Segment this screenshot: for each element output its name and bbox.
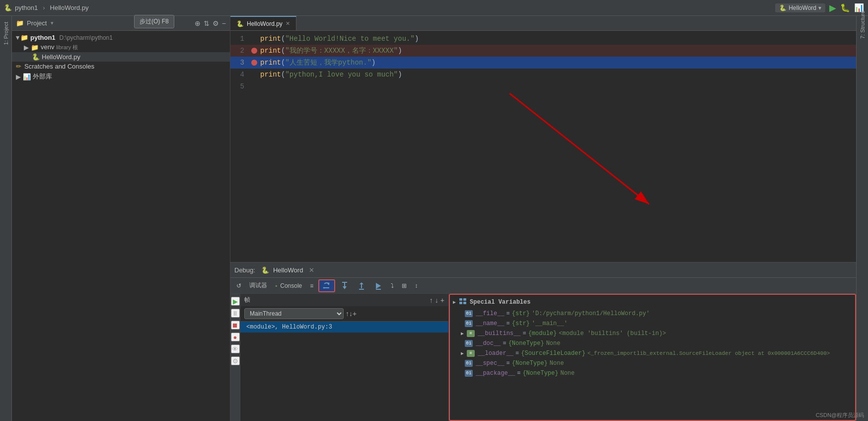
var-item-builtins[interactable]: ▶ ≡ __builtins__ = {module} <module 'bui… [449, 329, 856, 338]
line-number-1: 1 [230, 35, 250, 43]
tree-root-item[interactable]: ▾ 📁 python1 D:\pycharm\python1 [12, 33, 230, 42]
thread-selector: MainThread ↑ ↓ + [240, 306, 448, 322]
stop-side-btn[interactable]: ⏹ [231, 321, 240, 330]
run-config[interactable]: 🐍 HelloWord ▾ [775, 3, 825, 12]
thread-up-btn[interactable]: ↑ [346, 310, 349, 318]
project-header-icons: ⊕ ⇅ ⚙ − [195, 19, 226, 27]
frame-item-0-label: <module>, HelloWord.py:3 [246, 324, 332, 331]
frame-item-0[interactable]: <module>, HelloWord.py:3 [240, 322, 448, 333]
var-item-name[interactable]: 01 __name__ = {str} '__main__' [449, 319, 856, 329]
eye-side-btn[interactable]: 👁 [231, 344, 240, 353]
play-side-btn[interactable]: ▶ [231, 297, 240, 306]
list-button[interactable]: ≡ [307, 281, 316, 290]
step-over-button[interactable] [318, 279, 335, 292]
locate-button[interactable]: ⊕ [195, 19, 201, 27]
circle-side-btn[interactable]: ● [231, 333, 240, 341]
run-config-icon: 🐍 [779, 4, 787, 11]
special-variables-label: Special Variables [470, 299, 530, 306]
func-print-3: print [260, 59, 281, 67]
thread-down-btn[interactable]: ↓ [349, 310, 353, 318]
step-into-button[interactable] [337, 280, 352, 291]
run-to-cursor-icon [374, 281, 383, 290]
more-button[interactable]: ↕ [412, 281, 421, 290]
frames-list: <module>, HelloWord.py:3 [240, 322, 448, 421]
debug-python-icon: 🐍 [261, 266, 269, 274]
breakpoint-4[interactable] [250, 71, 258, 79]
var-item-doc[interactable]: 01 __doc__ = {NoneType} None [449, 338, 856, 348]
run-button[interactable]: ▶ [829, 2, 836, 13]
step-over-icon [322, 281, 331, 290]
code-line-4: 4 print("python,I love you so much") [230, 69, 856, 81]
thread-dropdown[interactable]: MainThread [244, 308, 344, 319]
settings-button[interactable]: ⚙ [213, 19, 219, 27]
breakpoint-1[interactable] [250, 35, 258, 43]
paren-close-2: ) [398, 47, 402, 55]
var-item-spec[interactable]: 01 __spec__ = {NoneType} None [449, 358, 856, 368]
frame-up-btn[interactable]: ↑ [430, 296, 433, 304]
tree-root-path: D:\pycharm\python1 [60, 34, 113, 41]
var-icon-name: 01 [465, 320, 473, 327]
paren-close-4: ) [398, 71, 402, 79]
editor-area[interactable]: 1 print("Hello World!Nice to meet you.")… [230, 31, 856, 262]
tree-scratches-item[interactable]: ✏ Scratches and Consoles [12, 62, 230, 71]
frames-panel: 帧 ↑ ↓ + MainThread ↑ ↓ + [240, 294, 449, 421]
debug-body: ▶ ⏸ ⏹ ● 👁 ⚙ 帧 ↑ ↓ + [230, 294, 856, 421]
debug-header: Debug: 🐍 HelloWord ✕ [230, 263, 856, 278]
tooltip-text: 步过(O) F8 [140, 18, 169, 25]
tab-helloword[interactable]: 🐍 HelloWord.py ✕ [230, 16, 296, 30]
var-type-spec: {NoneType} [512, 360, 548, 367]
debugger-tab-button[interactable]: 调试器 [246, 280, 270, 291]
code-line-3: 3 print("人生苦短，我学python.") [230, 57, 856, 69]
var-type-loader: {SourceFileLoader} [521, 350, 585, 357]
breakpoint-3[interactable] [250, 59, 258, 67]
step-out-button[interactable] [354, 280, 369, 291]
debug-close-button[interactable]: ✕ [309, 266, 314, 274]
collapse-button[interactable]: ⇅ [204, 19, 210, 27]
table-view-button[interactable]: ⊞ [399, 281, 410, 290]
breakpoint-5[interactable] [250, 83, 258, 90]
breakpoint-2[interactable] [250, 47, 258, 55]
variables-list: ▶ Special Variables [449, 294, 856, 421]
frame-down-btn[interactable]: ↓ [435, 296, 438, 304]
code-text-4: print("python,I love you so much") [260, 71, 856, 79]
code-text-3: print("人生苦短，我学python.") [260, 58, 856, 67]
thread-add-btn[interactable]: + [353, 310, 357, 318]
minimize-button[interactable]: − [222, 19, 226, 27]
tab-helloword-label: HelloWord.py [247, 20, 283, 27]
run-to-cursor-button[interactable] [371, 280, 386, 291]
tree-helloword-item[interactable]: 🐍 HelloWord.py [12, 52, 230, 62]
project-strip-label[interactable]: 1: Project [3, 22, 9, 45]
restart-button[interactable]: ↺ [233, 281, 244, 290]
pause-side-btn[interactable]: ⏸ [231, 309, 240, 318]
var-item-loader[interactable]: ▶ ≡ __loader__ = {SourceFileLoader} <_fr… [449, 348, 856, 358]
tree-venv-arrow: ▶ [24, 44, 29, 51]
line-number-4: 4 [230, 71, 250, 79]
var-name-file: __file__ [476, 310, 505, 317]
var-value-doc: None [546, 340, 561, 347]
tree-external-item[interactable]: ▶ 📊 外部库 [12, 71, 230, 82]
var-icon-loader: ≡ [467, 350, 475, 357]
tree-external-label: 外部库 [33, 72, 52, 81]
debug-label: Debug: [234, 266, 255, 274]
svg-marker-11 [376, 283, 381, 289]
force-run-button[interactable]: ⤵ [388, 281, 397, 290]
project-panel-header: 📁 Project ▾ ⊕ ⇅ ⚙ − [12, 16, 230, 31]
func-print-4: print [260, 71, 281, 79]
debug-button[interactable]: 🐛 [840, 3, 850, 12]
var-item-file[interactable]: 01 __file__ = {str} 'D:/pycharm/python1/… [449, 309, 856, 319]
structure-btn[interactable]: 7: Structure [858, 20, 868, 30]
project-header-dropdown[interactable]: ▾ [51, 20, 54, 26]
top-bar-right: 🐍 HelloWord ▾ ▶ 🐛 📊 [775, 2, 864, 13]
tab-close-button[interactable]: ✕ [286, 20, 290, 27]
watermark: CSDN@程序员源码 [816, 412, 864, 419]
run-config-dropdown-icon[interactable]: ▾ [818, 4, 821, 11]
settings-side-btn[interactable]: ⚙ [231, 356, 240, 365]
console-tab-button[interactable]: ▪ Console [272, 281, 305, 290]
frame-add-btn[interactable]: + [440, 296, 444, 304]
svg-marker-9 [360, 282, 363, 284]
special-variables-header[interactable]: ▶ Special Variables [449, 296, 856, 309]
var-item-package[interactable]: 01 __package__ = {NoneType} None [449, 368, 856, 378]
tree-venv-item[interactable]: ▶ 📁 venv library 根 [12, 42, 230, 52]
str-4: "python,I love you so much" [285, 71, 398, 79]
bp-dot-3 [251, 60, 257, 66]
